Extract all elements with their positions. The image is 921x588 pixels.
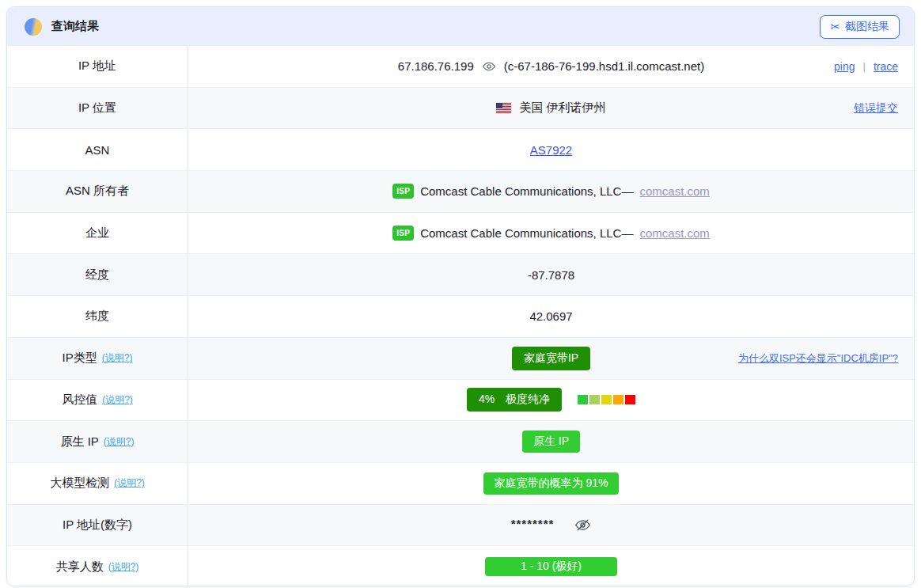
native-ip-badge: 原生 IP bbox=[522, 431, 580, 453]
row-label: ASN 所有者 bbox=[66, 184, 129, 199]
value-cell: ISP Comcast Cable Communications, LLC— c… bbox=[188, 171, 914, 212]
risk-color-bar bbox=[578, 395, 635, 404]
comcast-link[interactable]: comcast.com bbox=[639, 184, 709, 198]
table-row-asn: ASN AS7922 bbox=[7, 129, 914, 171]
risk-bar-segment-lightgreen bbox=[589, 395, 600, 404]
row-label: 经度 bbox=[85, 267, 109, 283]
row-label: IP 位置 bbox=[78, 101, 116, 116]
table-row-llm-detection: 大模型检测 (说明?) 家庭宽带的概率为 91% bbox=[7, 463, 914, 505]
table-row-ip-location: IP 位置 美国 伊利诺伊州 错误提交 bbox=[7, 88, 914, 130]
value-cell: 1 - 10 (极好) bbox=[188, 546, 914, 586]
asn-owner-value: Comcast Cable Communications, LLC— bbox=[420, 184, 633, 198]
label-cell: 大模型检测 (说明?) bbox=[7, 463, 188, 504]
value-cell: 67.186.76.199 (c-67-186-76-199.hsd1.il.c… bbox=[188, 46, 914, 87]
row-label: 纬度 bbox=[85, 309, 109, 324]
screenshot-button-label: 截图结果 bbox=[845, 20, 889, 34]
ip-location-value: 美国 伊利诺伊州 bbox=[519, 101, 605, 116]
label-cell: ASN bbox=[7, 129, 188, 170]
site-logo-icon bbox=[25, 18, 42, 36]
llm-help-link[interactable]: (说明?) bbox=[114, 476, 145, 490]
header-left: 查询结果 bbox=[25, 18, 99, 36]
label-cell: 企业 bbox=[7, 213, 188, 254]
ip-address-value: 67.186.76.199 bbox=[398, 59, 474, 73]
trace-link[interactable]: trace bbox=[874, 60, 898, 73]
ip-type-badge: 家庭宽带IP bbox=[512, 347, 590, 370]
value-cell: 美国 伊利诺伊州 错误提交 bbox=[188, 88, 914, 129]
link-separator: | bbox=[862, 60, 865, 72]
label-cell: 共享人数 (说明?) bbox=[7, 546, 188, 586]
table-row-ip-numeric: IP 地址(数字) ******** bbox=[7, 505, 914, 547]
latitude-value: 42.0697 bbox=[529, 309, 572, 323]
label-cell: 经度 bbox=[7, 254, 188, 295]
label-cell: IP 地址 bbox=[7, 46, 188, 87]
isp-badge: ISP bbox=[392, 184, 414, 199]
row-label: 风控值 bbox=[62, 393, 97, 408]
risk-bar-segment-yellow bbox=[601, 395, 612, 404]
risk-text: 极度纯净 bbox=[506, 393, 550, 405]
dual-isp-idc-link[interactable]: 为什么双ISP还会显示"IDC机房IP"? bbox=[738, 351, 898, 366]
table-row-native-ip: 原生 IP (说明?) 原生 IP bbox=[7, 421, 914, 463]
row-label: 大模型检测 bbox=[50, 476, 109, 491]
risk-percent: 4% bbox=[479, 393, 495, 405]
page-title: 查询结果 bbox=[51, 19, 99, 34]
value-cell: 4%极度纯净 bbox=[188, 380, 914, 421]
location-links: 错误提交 bbox=[854, 101, 898, 116]
risk-badge: 4%极度纯净 bbox=[467, 388, 562, 412]
row-label: 企业 bbox=[85, 226, 109, 241]
comcast-link[interactable]: comcast.com bbox=[639, 226, 709, 240]
risk-help-link[interactable]: (说明?) bbox=[102, 393, 133, 407]
value-cell: ISP Comcast Cable Communications, LLC— c… bbox=[188, 213, 914, 254]
table-row-risk-value: 风控值 (说明?) 4%极度纯净 bbox=[7, 380, 914, 422]
query-result-card: 查询结果 ✂ 截图结果 IP 地址 67.186.76.199 (c-67-18… bbox=[6, 6, 915, 586]
risk-bar-segment-red bbox=[625, 395, 635, 404]
label-cell: 风控值 (说明?) bbox=[7, 380, 188, 421]
eye-slash-icon[interactable] bbox=[574, 518, 591, 533]
row-label: IP 地址(数字) bbox=[63, 518, 132, 533]
isp-badge: ISP bbox=[392, 226, 414, 241]
us-flag-icon bbox=[496, 103, 511, 113]
row-label: IP 地址 bbox=[78, 59, 116, 74]
value-cell: 42.0697 bbox=[188, 296, 914, 337]
eye-icon[interactable] bbox=[482, 60, 496, 73]
value-cell: 家庭宽带IP 为什么双ISP还会显示"IDC机房IP"? bbox=[188, 338, 914, 379]
risk-bar-segment-green bbox=[578, 395, 588, 404]
ip-hostname: (c-67-186-76-199.hsd1.il.comcast.net) bbox=[504, 59, 704, 73]
error-submit-link[interactable]: 错误提交 bbox=[854, 101, 898, 116]
table-row-shared-users: 共享人数 (说明?) 1 - 10 (极好) bbox=[7, 546, 914, 586]
label-cell: IP 地址(数字) bbox=[7, 505, 188, 546]
ping-link[interactable]: ping bbox=[834, 60, 855, 73]
ip-type-help-link[interactable]: (说明?) bbox=[102, 351, 133, 365]
table-row-asn-owner: ASN 所有者 ISP Comcast Cable Communications… bbox=[7, 171, 914, 213]
enterprise-value: Comcast Cable Communications, LLC— bbox=[420, 226, 633, 240]
row-label: IP类型 bbox=[63, 351, 97, 366]
scissors-icon: ✂ bbox=[830, 21, 840, 32]
table-row-latitude: 纬度 42.0697 bbox=[7, 296, 914, 338]
row-label: 原生 IP bbox=[60, 434, 98, 450]
shared-users-help-link[interactable]: (说明?) bbox=[108, 560, 139, 574]
shared-users-badge: 1 - 10 (极好) bbox=[485, 557, 617, 576]
label-cell: 纬度 bbox=[7, 296, 188, 337]
label-cell: IP 位置 bbox=[7, 88, 188, 129]
table-row-enterprise: 企业 ISP Comcast Cable Communications, LLC… bbox=[7, 213, 914, 255]
row-label: 共享人数 bbox=[56, 560, 104, 575]
label-cell: IP类型 (说明?) bbox=[7, 338, 188, 379]
table-row-longitude: 经度 -87.7878 bbox=[7, 254, 914, 296]
longitude-value: -87.7878 bbox=[528, 268, 574, 282]
label-cell: 原生 IP (说明?) bbox=[7, 421, 188, 462]
label-cell: ASN 所有者 bbox=[7, 171, 188, 212]
native-ip-help-link[interactable]: (说明?) bbox=[104, 435, 135, 449]
asn-link[interactable]: AS7922 bbox=[530, 143, 572, 157]
value-cell: -87.7878 bbox=[188, 254, 914, 295]
risk-bar-segment-orange bbox=[613, 395, 623, 404]
value-cell: AS7922 bbox=[188, 129, 914, 170]
table-row-ip-type: IP类型 (说明?) 家庭宽带IP 为什么双ISP还会显示"IDC机房IP"? bbox=[7, 338, 914, 380]
value-cell: 原生 IP bbox=[188, 421, 914, 462]
ip-tools: ping | trace bbox=[834, 60, 898, 73]
ip-numeric-masked-value: ******** bbox=[511, 517, 555, 530]
table-row-ip-address: IP 地址 67.186.76.199 (c-67-186-76-199.hsd… bbox=[7, 46, 914, 88]
ip-type-links: 为什么双ISP还会显示"IDC机房IP"? bbox=[738, 351, 898, 366]
llm-detection-badge: 家庭宽带的概率为 91% bbox=[483, 472, 620, 495]
value-cell: 家庭宽带的概率为 91% bbox=[188, 463, 914, 504]
screenshot-result-button[interactable]: ✂ 截图结果 bbox=[820, 15, 900, 39]
row-label: ASN bbox=[85, 143, 110, 157]
